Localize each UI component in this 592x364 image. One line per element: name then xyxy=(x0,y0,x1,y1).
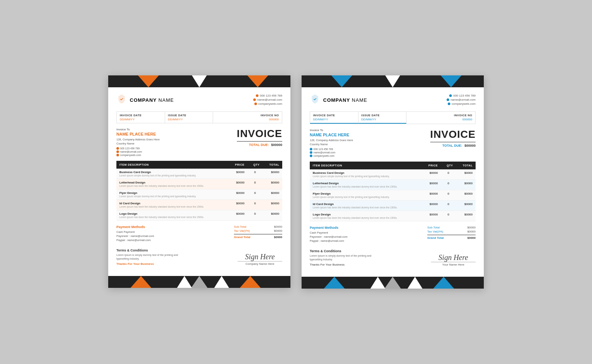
payment-section-blue: Payment Methods Cash Payment Payoneer : … xyxy=(310,226,476,243)
item-price: $0000 xyxy=(422,201,441,211)
bot-w1-orange xyxy=(214,276,229,288)
bot-w1-blue xyxy=(408,277,422,289)
subtotal-label-orange: Sub Total xyxy=(234,225,246,228)
col-desc-blue: ITEM DESCRIPTION xyxy=(310,162,422,169)
bot-white-tri-blue xyxy=(385,277,401,289)
issue-date-label-blue: ISSUE DATE xyxy=(361,114,403,117)
item-qty: 0 xyxy=(247,169,263,179)
logo-icon-blue xyxy=(310,94,320,106)
tax-row-orange: Tax Vat(0%) $0000 xyxy=(234,229,282,233)
invoice-title-orange: INVOICE TOTAL DUE: $00000 xyxy=(237,128,282,147)
bot-w2-blue xyxy=(370,277,385,289)
subtotal-row-blue: Sub Total $0000 xyxy=(427,226,476,229)
item-price: $0000 xyxy=(228,210,247,221)
col-qty-orange: QTY xyxy=(247,161,263,169)
table-row: Logo Design Lorem ipsum has been the ind… xyxy=(116,210,282,221)
item-desc: Business Card Design Lorem ipsum simple … xyxy=(116,169,228,179)
subtotal-label-blue: Sub Total xyxy=(427,226,440,229)
email-dot-orange xyxy=(253,98,256,101)
pm-paypal-orange: Paypal : name@urmail.com xyxy=(116,238,154,242)
item-desc: Letterhead Design Lorem ipsum has been t… xyxy=(116,179,228,189)
client-web-blue: companyweb.com xyxy=(313,155,334,157)
grand-label-blue: Grand Total xyxy=(427,236,444,240)
bot-white-tri-orange xyxy=(191,276,207,288)
invoice-title-blue: INVOICE TOTAL DUE: $00000 xyxy=(430,129,476,147)
terms-text-blue: Lorem Ipsum is simply dummy text of the … xyxy=(310,254,373,261)
totals-area-blue: Sub Total $0000 Tax Vat(0%) $0000 Grand … xyxy=(427,226,476,243)
client-contact-blue: 000 123 456 789 name@urmail.com companyw… xyxy=(310,148,353,157)
issue-date-value-blue: DD/MM/YY xyxy=(361,118,403,121)
item-qty: 0 xyxy=(247,179,263,189)
item-price: $0000 xyxy=(228,179,247,189)
top-bar-orange xyxy=(108,75,290,87)
item-total: $0000 xyxy=(456,211,476,221)
grand-value-orange: $0000 xyxy=(274,235,282,239)
header-orange: COMPANY NAME 000 123 456 789 name@urmail… xyxy=(116,94,282,106)
invoice-no-value-blue: 000000 xyxy=(409,118,472,121)
address-blue: 126, Company Address Goes HereCountry Na… xyxy=(310,139,353,146)
item-price: $0000 xyxy=(422,180,441,190)
to-name-blue: NAME PLACE HERE xyxy=(310,133,353,137)
total-due-value-orange: $00000 xyxy=(271,143,282,147)
pm-payoneer-orange: Payoneer : name@urmail.com xyxy=(116,234,154,238)
signature-orange: Sign Here Company Name Here xyxy=(238,253,282,266)
item-total: $0000 xyxy=(456,190,476,201)
web-orange: companyweb.com xyxy=(258,102,282,105)
bot-tri1-blue xyxy=(324,277,345,289)
col-desc-orange: ITEM DESCRIPTION xyxy=(116,161,228,169)
invoice-to-orange: Invoice To NAME PLACE HERE 126, Company … xyxy=(116,128,160,157)
client-email-dot-blue xyxy=(310,151,312,154)
logo-area-orange: COMPANY NAME xyxy=(116,94,174,106)
pm-payoneer-blue: Payoneer : name@urmail.com xyxy=(310,235,347,238)
client-email-orange: name@urmail.com xyxy=(120,150,142,153)
client-phone-dot-orange xyxy=(116,147,119,150)
invoice-no-label-blue: INVOICE NO xyxy=(409,114,472,117)
invoice-no-cell-blue: INVOICE NO 000000 xyxy=(406,112,475,124)
invoice-no-cell-orange: INVOICE NO 000000 xyxy=(213,112,282,123)
pm-paypal-blue: Paypal : name@urmail.com xyxy=(310,239,347,243)
pm-title-blue: Payment Methods xyxy=(310,226,347,230)
footer-orange: Terms & Conditions Lorem Ipsum is simply… xyxy=(116,248,282,266)
grand-row-blue: Grand Total $0000 xyxy=(427,235,476,240)
tax-value-blue: $0000 xyxy=(467,230,476,233)
header-blue: COMPANY NAME 000 123 456 789 name@urmail… xyxy=(310,94,476,106)
bottom-bar-blue xyxy=(302,277,484,289)
item-price: $0000 xyxy=(228,189,247,200)
info-section-orange: Invoice To NAME PLACE HERE 126, Company … xyxy=(116,128,282,157)
item-qty: 0 xyxy=(441,180,456,190)
invoice-orange: COMPANY NAME 000 123 456 789 name@urmail… xyxy=(108,75,290,288)
item-price: $0000 xyxy=(422,190,441,201)
col-total-orange: TOTAL xyxy=(263,161,282,169)
company-name-orange: COMPANY NAME xyxy=(130,97,174,103)
sign-cursive-orange: Sign Here xyxy=(238,253,282,261)
total-due-orange: TOTAL DUE: $00000 xyxy=(237,141,282,147)
issue-date-cell-orange: ISSUE DATE DD/MM/YY xyxy=(165,112,213,123)
total-due-label-orange: TOTAL DUE: xyxy=(249,143,269,147)
total-due-blue: TOTAL DUE: $00000 xyxy=(430,142,476,147)
items-table-blue: ITEM DESCRIPTION PRICE QTY TOTAL Busines… xyxy=(310,162,476,221)
phone-orange: 000 123 456 789 xyxy=(260,94,282,97)
top-tri-left-blue xyxy=(331,75,352,87)
client-phone-orange: 000 123 456 789 xyxy=(120,147,140,150)
terms-title-blue: Terms & Conditions xyxy=(310,249,373,253)
logo-icon-orange xyxy=(116,94,127,106)
bot-w2-orange xyxy=(177,276,192,288)
thanks-blue: Thanks For Your Business xyxy=(310,263,373,266)
to-label-orange: Invoice To xyxy=(116,128,160,131)
terms-title-orange: Terms & Conditions xyxy=(116,248,180,252)
signature-blue: Sign Here Your Name Here xyxy=(431,253,476,266)
email-blue: name@urmail.com xyxy=(451,98,476,101)
top-white-tri-blue xyxy=(385,75,400,87)
web-dot-orange xyxy=(254,103,257,105)
web-blue: companyweb.com xyxy=(452,102,476,105)
sign-name-orange: Company Name Here xyxy=(238,262,282,266)
col-total-blue: TOTAL xyxy=(456,162,476,169)
client-email-blue: name@urmail.com xyxy=(313,151,335,154)
items-table-orange: ITEM DESCRIPTION PRICE QTY TOTAL Busines… xyxy=(116,161,282,221)
company-name-blue: COMPANY NAME xyxy=(323,97,367,103)
top-tri-right-orange xyxy=(247,75,268,87)
invoice-no-label-orange: INVOICE NO xyxy=(216,114,279,117)
phone-dot-blue xyxy=(449,94,452,97)
invoice-date-label-orange: INVOICE DATE xyxy=(120,114,162,117)
item-total: $0000 xyxy=(263,179,282,189)
